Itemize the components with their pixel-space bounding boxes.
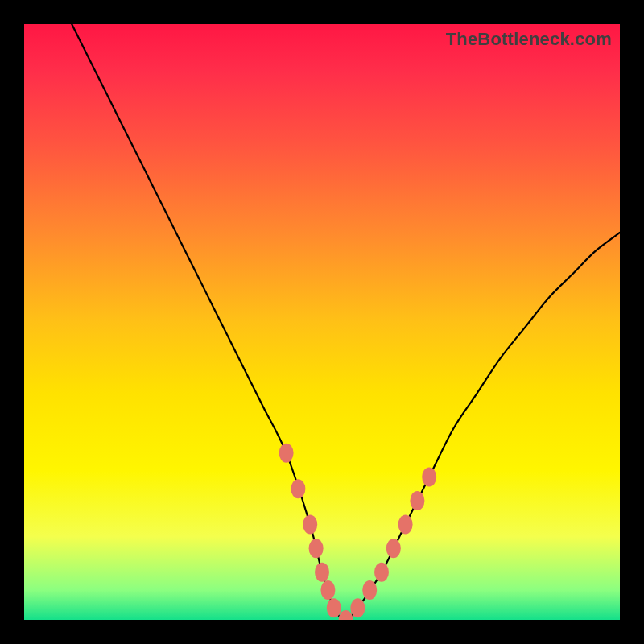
marker-dot (315, 563, 329, 582)
marker-dot (291, 479, 305, 498)
marker-dot (410, 491, 424, 510)
marker-dot (279, 444, 294, 463)
marker-dot (320, 580, 335, 600)
watermark-text: TheBottleneck.com (446, 29, 612, 50)
marker-dot (362, 580, 377, 600)
marker-dot (374, 563, 389, 582)
gradient-background (24, 24, 620, 620)
marker-dot (422, 467, 436, 486)
marker-dot (303, 515, 317, 535)
plot-area (24, 24, 620, 620)
marker-dot (350, 598, 365, 617)
marker-dot (309, 539, 324, 558)
marker-dot (327, 598, 341, 617)
marker-dot (386, 539, 401, 558)
chart-svg (24, 24, 620, 620)
chart-frame: TheBottleneck.com (24, 24, 620, 620)
marker-dot (398, 515, 413, 535)
